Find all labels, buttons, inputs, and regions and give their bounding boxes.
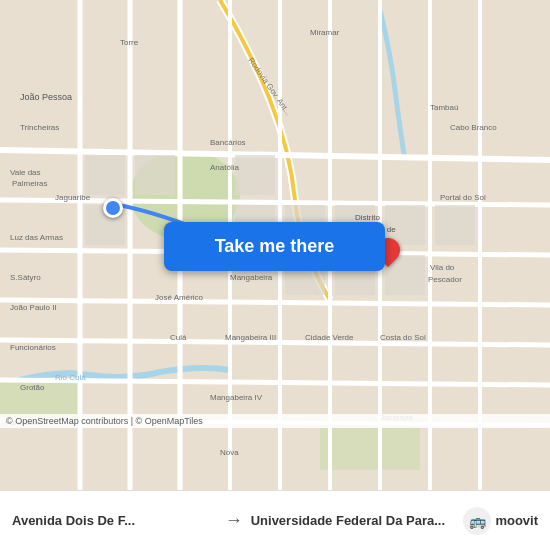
take-me-there-label: Take me there xyxy=(215,236,335,257)
svg-text:Pescador: Pescador xyxy=(428,275,462,284)
svg-text:Tambaú: Tambaú xyxy=(430,103,458,112)
svg-text:Mangabeira IV: Mangabeira IV xyxy=(210,393,263,402)
svg-text:Rio Culá: Rio Culá xyxy=(55,373,86,382)
svg-text:Luz das Armas: Luz das Armas xyxy=(10,233,63,242)
svg-text:Trincheiras: Trincheiras xyxy=(20,123,59,132)
origin-label: Avenida Dois De F... xyxy=(12,513,217,528)
svg-text:Mangabeira III: Mangabeira III xyxy=(225,333,276,342)
svg-text:Costa do Sol: Costa do Sol xyxy=(380,333,426,342)
svg-text:S.Sátyro: S.Sátyro xyxy=(10,273,41,282)
moovit-logo: 🚌 moovit xyxy=(463,507,538,535)
svg-text:Anatólia: Anatólia xyxy=(210,163,239,172)
map-attribution: © OpenStreetMap contributors | © OpenMap… xyxy=(0,414,550,428)
svg-text:Culá: Culá xyxy=(170,333,187,342)
svg-text:Funcionários: Funcionários xyxy=(10,343,56,352)
svg-rect-23 xyxy=(235,155,275,195)
svg-text:José Américo: José Américo xyxy=(155,293,204,302)
svg-text:Palmeiras: Palmeiras xyxy=(12,179,48,188)
svg-text:Cabo Branco: Cabo Branco xyxy=(450,123,497,132)
svg-rect-31 xyxy=(435,205,475,245)
svg-rect-21 xyxy=(135,155,175,195)
svg-text:Vale das: Vale das xyxy=(10,168,41,177)
svg-text:Jaguaribe: Jaguaribe xyxy=(55,193,91,202)
map-container: João Pessoa Trincheiras Jaguaribe Luz da… xyxy=(0,0,550,490)
svg-text:Vila do: Vila do xyxy=(430,263,455,272)
svg-text:João Pessoa: João Pessoa xyxy=(20,92,72,102)
destination-label: Universidade Federal Da Para... xyxy=(251,513,456,528)
svg-text:João Paulo II: João Paulo II xyxy=(10,303,57,312)
svg-text:Cidade Verde: Cidade Verde xyxy=(305,333,354,342)
svg-text:Portal do Sol: Portal do Sol xyxy=(440,193,486,202)
svg-text:Nova: Nova xyxy=(220,448,239,457)
svg-rect-20 xyxy=(85,155,125,195)
svg-text:Bancários: Bancários xyxy=(210,138,246,147)
svg-text:Grotão: Grotão xyxy=(20,383,45,392)
take-me-there-button[interactable]: Take me there xyxy=(164,222,385,271)
arrow-divider: → xyxy=(217,510,251,531)
bottom-bar: Avenida Dois De F... → Universidade Fede… xyxy=(0,490,550,550)
svg-text:Torre: Torre xyxy=(120,38,139,47)
origin-pin xyxy=(103,198,123,218)
svg-text:Mangabeira: Mangabeira xyxy=(230,273,273,282)
svg-text:Miramar: Miramar xyxy=(310,28,340,37)
svg-text:Distrito: Distrito xyxy=(355,213,380,222)
moovit-label: moovit xyxy=(495,513,538,528)
moovit-icon: 🚌 xyxy=(463,507,491,535)
